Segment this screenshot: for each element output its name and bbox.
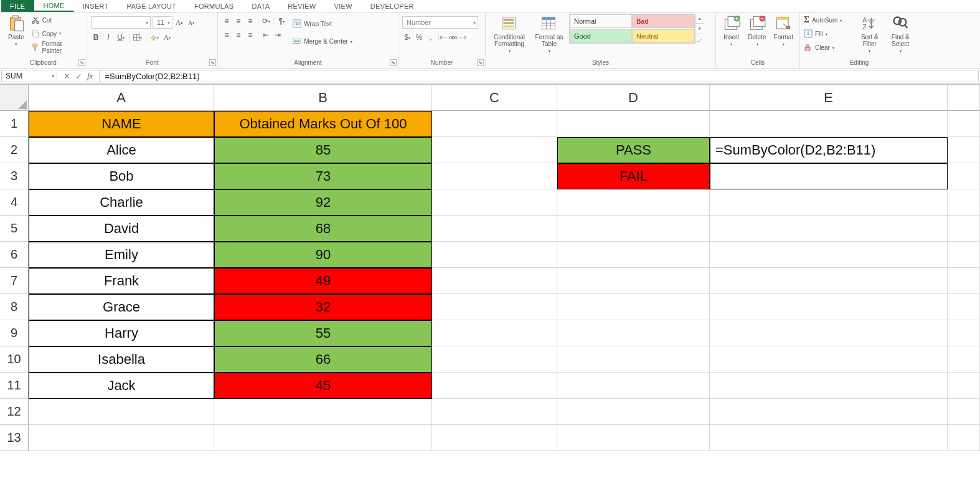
row-header-7[interactable]: 7	[0, 268, 29, 294]
cell-B11[interactable]: 45	[214, 373, 432, 399]
cell-B5[interactable]: 68	[214, 216, 432, 242]
cell-C3[interactable]	[432, 163, 557, 189]
cell-A11[interactable]: Jack	[29, 373, 214, 399]
delete-cells-button[interactable]: Delete▾	[745, 14, 768, 46]
increase-indent-icon[interactable]: ⇥	[273, 30, 283, 40]
merge-center-button[interactable]: Merge & Center ▾	[293, 35, 352, 47]
styles-scroll-down[interactable]: ▾	[695, 24, 704, 34]
align-right-icon[interactable]: ≡	[245, 30, 255, 40]
cell-F10[interactable]	[948, 346, 980, 373]
cell-E9[interactable]	[710, 320, 948, 346]
align-middle-icon[interactable]: ≡	[233, 16, 243, 26]
cell-D7[interactable]	[557, 268, 710, 294]
row-header-6[interactable]: 6	[0, 242, 29, 268]
style-good[interactable]: Good	[570, 29, 632, 43]
cell-D1[interactable]	[557, 111, 710, 137]
cell-E6[interactable]	[710, 242, 948, 268]
cell-F9[interactable]	[948, 320, 980, 346]
tab-developer[interactable]: DEVELOPER	[362, 0, 423, 12]
cut-button[interactable]: Cut	[31, 14, 83, 26]
enter-formula-icon[interactable]: ✓	[75, 72, 82, 81]
find-select-button[interactable]: Find & Select▾	[887, 14, 915, 53]
cell-D9[interactable]	[557, 320, 710, 346]
styles-more[interactable]: ⎯▾	[695, 34, 704, 44]
cell-A6[interactable]: Emily	[29, 242, 214, 268]
col-header-B[interactable]: B	[214, 85, 432, 111]
cell-C7[interactable]	[432, 268, 557, 294]
cell-C12[interactable]	[432, 399, 557, 425]
row-header-2[interactable]: 2	[0, 137, 29, 163]
cell-F11[interactable]	[948, 373, 980, 399]
col-header-C[interactable]: C	[432, 85, 557, 111]
decrease-decimal-button[interactable]: .00→.0	[453, 32, 463, 42]
decrease-font-icon[interactable]: A▾	[186, 17, 196, 27]
cell-E4[interactable]	[710, 189, 948, 216]
spreadsheet-grid[interactable]: A B C D E 1 NAME Obtained Marks Out Of 1…	[0, 85, 980, 451]
cell-styles-gallery[interactable]: Normal Bad Good Neutral	[569, 14, 695, 44]
cell-F5[interactable]	[948, 216, 980, 242]
cell-B10[interactable]: 66	[214, 346, 432, 373]
col-header-F[interactable]	[948, 85, 980, 111]
text-direction-button[interactable]: ¶▾	[276, 16, 286, 26]
cell-D12[interactable]	[557, 399, 710, 425]
cell-B3[interactable]: 73	[214, 163, 432, 189]
font-color-button[interactable]: A▾	[162, 32, 172, 42]
cell-E2[interactable]: =SumByColor(D2,B2:B11)	[710, 137, 948, 163]
clipboard-dialog-launcher[interactable]: ⬊	[78, 59, 85, 66]
font-family-select[interactable]	[91, 16, 151, 29]
cell-D10[interactable]	[557, 346, 710, 373]
cell-D3[interactable]: FAIL	[557, 163, 710, 189]
cell-E3[interactable]	[710, 163, 948, 189]
tab-home[interactable]: HOME	[34, 0, 73, 12]
cell-A5[interactable]: David	[29, 216, 214, 242]
alignment-dialog-launcher[interactable]: ⬊	[390, 59, 397, 66]
tab-insert[interactable]: INSERT	[74, 0, 118, 12]
styles-scroll-up[interactable]: ▴	[695, 14, 704, 24]
cell-C1[interactable]	[432, 111, 557, 137]
cell-F4[interactable]	[948, 189, 980, 216]
italic-button[interactable]: I	[103, 32, 113, 42]
tab-page-layout[interactable]: PAGE LAYOUT	[118, 0, 186, 12]
tab-review[interactable]: REVIEW	[279, 0, 325, 12]
cell-E12[interactable]	[710, 399, 948, 425]
tab-data[interactable]: DATA	[243, 0, 279, 12]
cell-A7[interactable]: Frank	[29, 268, 214, 294]
sort-filter-button[interactable]: AZ Sort & Filter▾	[855, 14, 883, 53]
cell-A1[interactable]: NAME	[29, 111, 214, 137]
row-header-5[interactable]: 5	[0, 216, 29, 242]
cell-F12[interactable]	[948, 399, 980, 425]
cell-E8[interactable]	[710, 294, 948, 320]
font-size-select[interactable]: 11	[153, 16, 172, 29]
cell-D13[interactable]	[557, 425, 710, 451]
row-header-4[interactable]: 4	[0, 189, 29, 216]
cell-B2[interactable]: 85	[214, 137, 432, 163]
format-cells-button[interactable]: Format▾	[771, 14, 796, 46]
cell-F7[interactable]	[948, 268, 980, 294]
cell-D4[interactable]	[557, 189, 710, 216]
cell-E5[interactable]	[710, 216, 948, 242]
comma-format-button[interactable]: ,	[426, 32, 436, 42]
cell-A9[interactable]: Harry	[29, 320, 214, 346]
cell-C11[interactable]	[432, 373, 557, 399]
borders-button[interactable]: ▾	[133, 32, 143, 42]
insert-cells-button[interactable]: Insert▾	[720, 14, 743, 46]
cell-F3[interactable]	[948, 163, 980, 189]
conditional-formatting-button[interactable]: Conditional Formatting▾	[489, 14, 529, 53]
copy-button[interactable]: Copy ▾	[31, 27, 83, 40]
cell-B4[interactable]: 92	[214, 189, 432, 216]
number-format-select[interactable]: Number	[402, 16, 478, 29]
col-header-A[interactable]: A	[29, 85, 214, 111]
align-center-icon[interactable]: ≡	[233, 30, 243, 40]
percent-format-button[interactable]: %	[414, 32, 424, 42]
cell-B12[interactable]	[214, 399, 432, 425]
cell-B13[interactable]	[214, 425, 432, 451]
cell-A3[interactable]: Bob	[29, 163, 214, 189]
cell-A13[interactable]	[29, 425, 214, 451]
select-all-corner[interactable]	[0, 85, 29, 111]
tab-file[interactable]: FILE	[1, 0, 34, 12]
cell-C2[interactable]	[432, 137, 557, 163]
row-header-1[interactable]: 1	[0, 111, 29, 137]
cell-E11[interactable]	[710, 373, 948, 399]
underline-button[interactable]: U▾	[116, 32, 126, 42]
row-header-10[interactable]: 10	[0, 346, 29, 373]
